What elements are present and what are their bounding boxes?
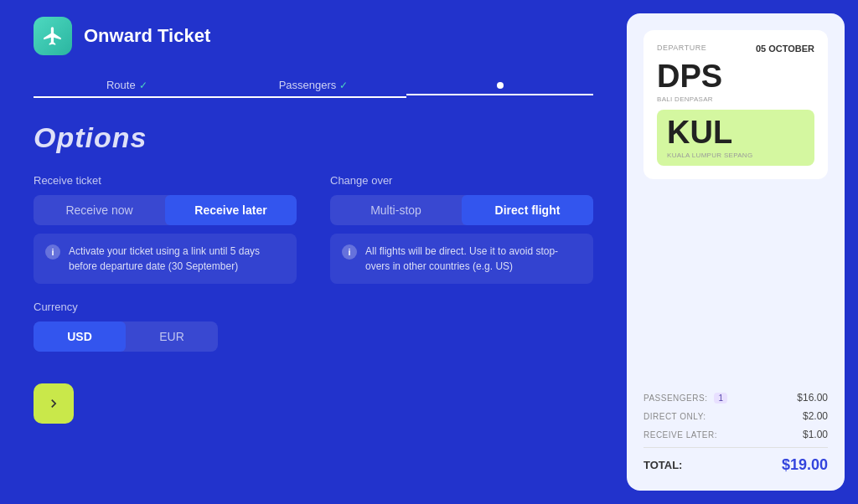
step-route: Route ✓ bbox=[34, 79, 220, 98]
step-route-label: Route ✓ bbox=[106, 79, 147, 91]
ticket-header: DEPARTURE 05 OCTOBER bbox=[657, 44, 814, 54]
next-button[interactable] bbox=[34, 383, 74, 424]
direct-flight-button[interactable]: Direct flight bbox=[462, 195, 593, 225]
arrow-right-icon bbox=[45, 395, 62, 412]
receive-ticket-group: Receive ticket Receive now Receive later… bbox=[34, 174, 297, 284]
currency-section: Currency USD EUR bbox=[34, 301, 593, 352]
currency-toggle: USD EUR bbox=[34, 321, 218, 352]
change-over-info: i All flights will be direct. Use it to … bbox=[330, 234, 593, 284]
app-logo bbox=[34, 17, 72, 55]
receive-ticket-label: Receive ticket bbox=[34, 174, 297, 187]
to-airport-name: KUALA LUMPUR SEPANG bbox=[667, 152, 804, 159]
currency-usd-button[interactable]: USD bbox=[34, 321, 126, 352]
receive-ticket-info: i Activate your ticket using a link unti… bbox=[34, 234, 297, 284]
step-route-underline bbox=[34, 96, 220, 98]
change-over-label: Change over bbox=[330, 174, 593, 187]
receive-label: RECEIVE LATER: bbox=[644, 430, 717, 440]
app-title: Onward Ticket bbox=[84, 25, 210, 47]
pricing-direct-row: DIRECT ONLY: $2.00 bbox=[644, 410, 828, 422]
direct-label: DIRECT ONLY: bbox=[644, 412, 706, 421]
total-label: TOTAL: bbox=[644, 459, 682, 471]
step-options-underline bbox=[406, 94, 593, 95]
receive-value: $1.00 bbox=[803, 429, 828, 440]
step-passengers-underline bbox=[220, 96, 407, 98]
ticket-airports: DPS BALI DENPASAR bbox=[657, 60, 814, 103]
from-airport-code: DPS bbox=[657, 60, 722, 92]
multi-stop-button[interactable]: Multi-stop bbox=[330, 195, 462, 225]
receive-later-button[interactable]: Receive later bbox=[165, 195, 297, 225]
step-passengers: Passengers ✓ bbox=[220, 79, 407, 98]
direct-value: $2.00 bbox=[803, 410, 828, 422]
passengers-value: $16.00 bbox=[797, 392, 828, 404]
pricing-passengers-row: PASSENGERS: 1 $16.00 bbox=[644, 392, 828, 404]
pricing-receive-row: RECEIVE LATER: $1.00 bbox=[644, 429, 828, 440]
options-grid: Receive ticket Receive now Receive later… bbox=[34, 174, 593, 284]
currency-eur-button[interactable]: EUR bbox=[126, 321, 218, 352]
step-dot bbox=[497, 82, 504, 89]
pricing-section: PASSENGERS: 1 $16.00 DIRECT ONLY: $2.00 … bbox=[644, 378, 828, 474]
ticket-date: 05 OCTOBER bbox=[756, 44, 814, 54]
pricing-total-row: TOTAL: $19.00 bbox=[644, 447, 828, 474]
step-passengers-label: Passengers ✓ bbox=[279, 79, 349, 91]
receive-info-icon: i bbox=[45, 244, 60, 260]
currency-label: Currency bbox=[34, 301, 593, 313]
change-over-info-icon: i bbox=[342, 244, 357, 260]
change-over-toggle: Multi-stop Direct flight bbox=[330, 195, 593, 225]
step-options bbox=[406, 82, 593, 95]
header: Onward Ticket bbox=[34, 17, 593, 55]
passengers-label: PASSENGERS: bbox=[644, 393, 707, 403]
passengers-count: 1 bbox=[714, 393, 727, 404]
from-airport-name: BALI DENPASAR bbox=[657, 95, 722, 103]
receive-ticket-toggle: Receive now Receive later bbox=[34, 195, 297, 225]
change-over-group: Change over Multi-stop Direct flight i A… bbox=[330, 174, 593, 284]
step-passengers-check: ✓ bbox=[339, 80, 348, 91]
page-heading: Options bbox=[34, 121, 593, 154]
step-options-label bbox=[497, 82, 504, 89]
to-airport-code: KUL bbox=[667, 116, 804, 148]
right-panel: DEPARTURE 05 OCTOBER DPS BALI DENPASAR K… bbox=[627, 13, 845, 491]
to-airport-highlight: KUL KUALA LUMPUR SEPANG bbox=[657, 110, 814, 166]
total-value: $19.00 bbox=[782, 456, 828, 474]
step-route-check: ✓ bbox=[139, 80, 147, 91]
receive-info-text: Activate your ticket using a link until … bbox=[69, 244, 285, 274]
ticket-card: DEPARTURE 05 OCTOBER DPS BALI DENPASAR K… bbox=[644, 30, 828, 179]
from-airport: DPS BALI DENPASAR bbox=[657, 60, 722, 103]
steps-nav: Route ✓ Passengers ✓ bbox=[34, 79, 593, 98]
plane-icon bbox=[42, 25, 64, 47]
main-content: Onward Ticket Route ✓ Passengers ✓ Optio… bbox=[0, 0, 627, 504]
ticket-departure-label: DEPARTURE bbox=[657, 44, 706, 52]
change-over-info-text: All flights will be direct. Use it to av… bbox=[365, 244, 581, 274]
receive-now-button[interactable]: Receive now bbox=[34, 195, 165, 225]
